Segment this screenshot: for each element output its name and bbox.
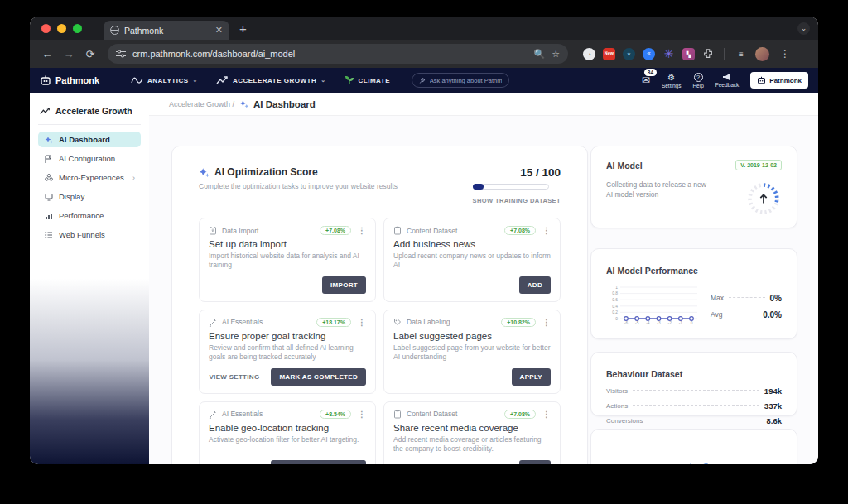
- task-category: Content Dataset: [407, 410, 499, 418]
- kebab-menu-icon[interactable]: ⋮: [358, 226, 366, 235]
- extension-snowflake-icon[interactable]: ✶: [623, 48, 635, 60]
- extension-rewind-icon[interactable]: «: [643, 48, 655, 60]
- ai-model-card: AI Model V. 2019-12-02 Collecting data t…: [590, 146, 797, 228]
- address-bar[interactable]: crm.pathmonk.com/dashboard/ai_model 🔍 ☆: [108, 44, 568, 64]
- model-version-badge: V. 2019-12-02: [735, 160, 782, 170]
- forward-icon[interactable]: →: [60, 48, 78, 60]
- favicon-globe-icon: [110, 26, 119, 35]
- help-button[interactable]: ? Help: [692, 73, 703, 89]
- reload-icon[interactable]: ⟳: [81, 48, 99, 60]
- help-label: Help: [692, 83, 703, 89]
- row-label: Actions: [606, 402, 628, 410]
- back-icon[interactable]: ←: [38, 48, 56, 60]
- extension-pink-icon[interactable]: ▚: [682, 48, 695, 60]
- main-content: Accelerate Growth / AI Dashboard: [149, 93, 818, 464]
- profile-avatar[interactable]: [755, 47, 769, 61]
- sidebar-item-ai-dashboard[interactable]: AI Dashboard: [38, 132, 141, 147]
- ask-input[interactable]: [430, 77, 502, 84]
- url-text: crm.pathmonk.com/dashboard/ai_model: [132, 49, 527, 59]
- nav-item-climate[interactable]: CLIMATE: [344, 75, 390, 85]
- view-setting-button[interactable]: VIEW SETTING: [209, 373, 259, 381]
- sidebar-item-micro-experiences[interactable]: Micro-Experiences ›: [38, 170, 141, 185]
- task-category: Data Import: [222, 227, 315, 235]
- feedback-button[interactable]: Feedback: [716, 73, 740, 88]
- inbox-button[interactable]: 34 ✉: [642, 74, 650, 86]
- minimize-window-button[interactable]: [57, 24, 66, 33]
- task-description: Upload recent company news or updates to…: [393, 252, 551, 271]
- svg-text:0: 0: [615, 317, 618, 321]
- task-category: AI Essentials: [222, 410, 315, 418]
- tab-list-icon[interactable]: ≡: [735, 50, 748, 59]
- task-title: Set up data import: [209, 239, 366, 249]
- maximize-window-button[interactable]: [73, 24, 82, 33]
- monitor-icon: [44, 192, 53, 201]
- uplift-badge: +8.54%: [320, 410, 351, 419]
- kebab-menu-icon[interactable]: ⋮: [542, 410, 551, 419]
- breadcrumb-parent[interactable]: Accelerate Growth /: [169, 100, 234, 108]
- tab-close-icon[interactable]: ✕: [215, 26, 223, 35]
- new-tab-button[interactable]: +: [239, 22, 247, 36]
- account-button[interactable]: Pathmonk: [750, 72, 808, 89]
- task-description: Activate geo-location filter for better …: [209, 435, 366, 454]
- sparkle-icon: [44, 135, 53, 144]
- extension-gear-icon[interactable]: ✳: [662, 48, 675, 60]
- svg-text:0.2: 0.2: [612, 310, 618, 314]
- task-title: Share recent media coverage: [393, 423, 551, 433]
- clipboard-import-icon: [209, 226, 217, 235]
- kebab-menu-icon[interactable]: ⋮: [358, 318, 366, 327]
- mark-completed-button[interactable]: MARK AS COMPLETED: [271, 460, 366, 464]
- mark-completed-button[interactable]: MARK AS COMPLETED: [271, 368, 366, 386]
- task-category: AI Essentials: [222, 318, 311, 326]
- sidebar-item-label: AI Dashboard: [59, 135, 110, 144]
- task-title: Ensure proper goal tracking: [209, 331, 366, 341]
- ai-model-performance-card: AI Model Performance 00.20.40.60.81-6-5-…: [590, 248, 797, 339]
- import-button[interactable]: IMPORT: [322, 276, 366, 294]
- kebab-menu-icon[interactable]: ⋮: [358, 410, 366, 419]
- uplift-badge: +7.08%: [320, 226, 351, 235]
- extension-clock-icon[interactable]: ◔: [583, 48, 595, 60]
- tab-search-chevron-icon[interactable]: ⌄: [797, 22, 810, 35]
- pathmonk-brand[interactable]: Pathmonk: [40, 75, 131, 85]
- zoom-icon[interactable]: 🔍: [533, 49, 545, 60]
- kebab-menu-icon[interactable]: ⋮: [542, 318, 551, 327]
- clipboard-icon: [393, 226, 402, 235]
- nav-menu: ANALYTICS ⌄ ACCELERATE GROWTH ⌄ CLIMATE: [131, 75, 390, 85]
- browser-menu-icon[interactable]: ⋮: [780, 48, 790, 60]
- clipboard-icon: [393, 410, 402, 419]
- extensions-puzzle-icon[interactable]: [702, 48, 714, 60]
- browser-tab[interactable]: Pathmonk ✕: [104, 21, 229, 40]
- browser-window: Pathmonk ✕ + ⌄ ← → ⟳ crm.pathmonk.com/da…: [30, 17, 818, 464]
- sidebar-item-display[interactable]: Display: [38, 189, 141, 204]
- bookmark-star-icon[interactable]: ☆: [552, 49, 560, 60]
- nav-item-analytics[interactable]: ANALYTICS ⌄: [131, 76, 198, 85]
- toolbar-divider: [724, 48, 725, 60]
- chevron-down-icon: ⌄: [193, 77, 198, 84]
- page-title: AI Dashboard: [253, 99, 316, 109]
- add-button[interactable]: ADD: [519, 276, 551, 294]
- apply-button[interactable]: APPLY: [512, 368, 551, 386]
- stat-value: 0%: [770, 294, 782, 303]
- row-label: Visitors: [606, 387, 628, 395]
- sidebar-menu: AI Dashboard AI Configuration Micro-Expe…: [38, 132, 141, 242]
- nav-item-accelerate-growth[interactable]: ACCELERATE GROWTH ⌄: [216, 76, 326, 85]
- sidebar-item-label: Micro-Experiences: [59, 173, 124, 182]
- sidebar-item-label: Display: [59, 192, 84, 201]
- extension-new-badge-icon[interactable]: New: [603, 48, 615, 60]
- kebab-menu-icon[interactable]: ⋮: [542, 226, 551, 235]
- window-controls: [30, 24, 92, 33]
- settings-button[interactable]: ⚙ Settings: [662, 73, 682, 89]
- flag-icon: [44, 154, 53, 163]
- uplift-badge: +7.08%: [504, 226, 536, 235]
- sidebar-item-web-funnels[interactable]: Web Funnels: [38, 227, 141, 242]
- show-training-dataset-link[interactable]: SHOW TRAINING DATASET: [473, 197, 561, 204]
- sidebar-item-performance[interactable]: Performance: [38, 208, 141, 223]
- add-button[interactable]: ADD: [519, 460, 551, 464]
- close-window-button[interactable]: [41, 24, 51, 33]
- analytics-squiggle-icon: [131, 76, 143, 85]
- nav-right-utilities: 34 ✉ ⚙ Settings ? Help Feedback: [642, 72, 808, 89]
- ask-pathmonk-search[interactable]: [412, 73, 509, 88]
- sidebar-item-ai-configuration[interactable]: AI Configuration: [38, 151, 141, 166]
- score-progress-bar: [473, 184, 549, 190]
- site-settings-icon[interactable]: [116, 50, 126, 58]
- score-title: AI Optimization Score: [214, 166, 318, 178]
